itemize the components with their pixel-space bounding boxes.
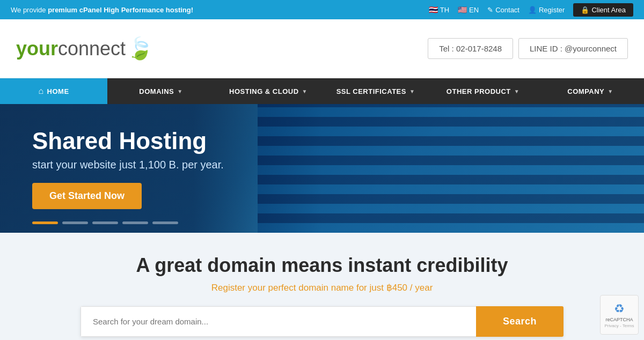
promo-text: We provide premium cPanel High Performan…: [11, 6, 193, 14]
hero-title: Shared Hosting: [32, 128, 224, 154]
nav-company[interactable]: COMPANY ▼: [537, 78, 644, 104]
domain-section: A great domain means instant credibility…: [0, 233, 644, 340]
header-contacts: Tel : 02-017-8248 LINE ID : @yourconnect: [428, 38, 628, 59]
lang-th-link[interactable]: 🇹🇭 TH: [429, 5, 449, 14]
lock-icon: 🔒: [581, 6, 589, 14]
recaptcha-logo-icon: ♻: [614, 302, 625, 316]
chevron-down-icon: ▼: [302, 88, 308, 94]
contact-link[interactable]: ✎ Contact: [487, 6, 519, 14]
us-flag-icon: 🇺🇸: [458, 5, 467, 14]
top-bar-right: 🇹🇭 TH 🇺🇸 EN ✎ Contact 👤 Register 🔒 Clien…: [429, 3, 633, 17]
hero-subtitle: start your website just 1,100 B. per yea…: [32, 159, 224, 171]
logo[interactable]: yourconnect 🍃: [16, 36, 153, 61]
get-started-button[interactable]: Get Started Now: [32, 183, 142, 209]
recaptcha-privacy: Privacy - Terms: [605, 323, 634, 328]
domain-search-bar: Search: [80, 306, 564, 337]
logo-text: yourconnect: [16, 39, 126, 58]
carousel-dot-1[interactable]: [32, 221, 58, 224]
carousel-dot-4[interactable]: [122, 221, 148, 224]
chevron-down-icon: ▼: [409, 88, 415, 94]
edit-icon: ✎: [487, 6, 493, 14]
client-area-button[interactable]: 🔒 Client Area: [573, 3, 633, 17]
chevron-down-icon: ▼: [514, 88, 519, 94]
nav-other-product[interactable]: OTHER PRODUCT ▼: [429, 78, 537, 104]
chevron-down-icon: ▼: [608, 88, 613, 94]
hero-carousel-dots: [32, 221, 178, 224]
recaptcha-label: reCAPTCHA: [605, 317, 633, 322]
chevron-down-icon: ▼: [177, 88, 182, 94]
carousel-dot-3[interactable]: [92, 221, 118, 224]
server-rack-image: [258, 104, 644, 233]
user-icon: 👤: [528, 6, 537, 14]
register-link[interactable]: 👤 Register: [528, 6, 565, 14]
hero-section: Shared Hosting start your website just 1…: [0, 104, 644, 233]
line-box: LINE ID : @yourconnect: [518, 38, 628, 59]
nav-ssl-certificates[interactable]: SSL CERTIFICATES ▼: [322, 78, 429, 104]
phone-box: Tel : 02-017-8248: [428, 38, 513, 59]
nav-hosting-cloud[interactable]: HOSTING & CLOUD ▼: [215, 78, 322, 104]
carousel-dot-5[interactable]: [152, 221, 178, 224]
header: yourconnect 🍃 Tel : 02-017-8248 LINE ID …: [0, 19, 644, 78]
lang-en-link[interactable]: 🇺🇸 EN: [458, 5, 479, 14]
top-bar: We provide premium cPanel High Performan…: [0, 0, 644, 19]
nav-domains[interactable]: DOMAINS ▼: [107, 78, 215, 104]
domain-search-input[interactable]: [80, 306, 476, 337]
home-icon: ⌂: [38, 86, 43, 96]
nav-home[interactable]: ⌂ HOME: [0, 78, 107, 104]
thai-flag-icon: 🇹🇭: [429, 5, 438, 14]
recaptcha-widget: ♻ reCAPTCHA Privacy - Terms: [600, 295, 639, 335]
domain-search-button[interactable]: Search: [476, 306, 564, 337]
carousel-dot-2[interactable]: [62, 221, 88, 224]
logo-leaf-icon: 🍃: [127, 36, 153, 61]
main-nav: ⌂ HOME DOMAINS ▼ HOSTING & CLOUD ▼ SSL C…: [0, 78, 644, 104]
hero-content: Shared Hosting start your website just 1…: [0, 112, 256, 225]
domain-heading: A great domain means instant credibility: [11, 254, 633, 277]
domain-subheading: Register your perfect domain name for ju…: [11, 282, 633, 293]
